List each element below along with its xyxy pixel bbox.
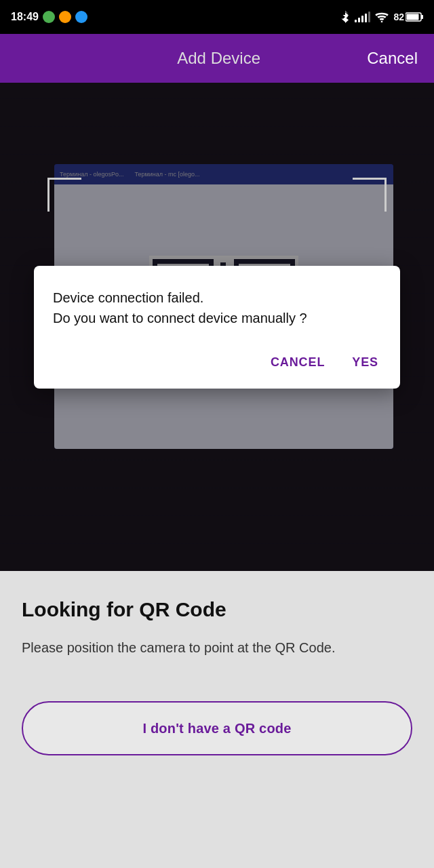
wifi-icon [374,12,389,22]
dialog-overlay: Device connection failed.Do you want to … [0,83,434,571]
svg-point-0 [381,21,383,22]
page-title: Add Device [177,49,260,68]
camera-viewfinder: Терминал - olegosPo... Терминал - mc [ol… [0,83,434,571]
dialog-cancel-button[interactable]: CANCEL [268,350,328,375]
svg-rect-3 [407,14,419,20]
status-bar-left: 18:49 [11,11,87,23]
looking-title: Looking for QR Code [22,598,412,621]
dialog-confirm-button[interactable]: YES [349,350,381,375]
status-bar: 18:49 82 [0,0,434,34]
status-bar-right: 82 [340,10,423,24]
battery-icon [406,12,423,22]
indicator-blue [75,11,87,23]
svg-rect-2 [421,15,423,19]
indicator-green [43,11,55,23]
looking-description: Please position the camera to point at t… [22,637,412,658]
bluetooth-icon [340,10,351,24]
signal-icon [355,12,370,22]
battery-indicator: 82 [393,12,423,22]
bottom-section: Looking for QR Code Please position the … [0,571,434,868]
battery-level: 82 [393,12,404,22]
indicator-orange [59,11,71,23]
status-time: 18:49 [11,11,39,23]
dialog-actions: CANCEL YES [53,350,381,375]
cancel-button[interactable]: Cancel [367,49,418,68]
no-qr-button[interactable]: I don't have a QR code [22,701,412,755]
nav-bar: Add Device Cancel [0,34,434,83]
dialog-message: Device connection failed.Do you want to … [53,288,381,328]
error-dialog: Device connection failed.Do you want to … [34,266,400,389]
